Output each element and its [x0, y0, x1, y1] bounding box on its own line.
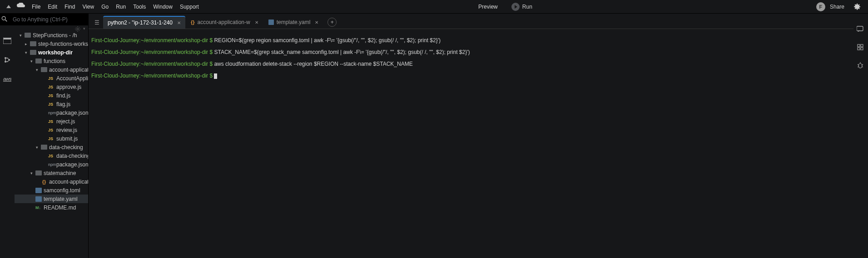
tree-gear-icon[interactable]: [75, 26, 80, 33]
menu-go[interactable]: Go: [98, 0, 112, 14]
svg-point-13: [858, 63, 862, 68]
run-button[interactable]: Run: [506, 3, 538, 11]
collaborate-icon[interactable]: [857, 25, 865, 34]
share-button[interactable]: Share: [825, 4, 849, 10]
tree-file-readme[interactable]: M↓README.md: [15, 203, 88, 212]
editor-area: ☰ python2 - "ip-172-31-1-240 ✕ {} accoun…: [89, 14, 853, 258]
tree-file-submit[interactable]: JSsubmit.js: [15, 134, 88, 143]
menu-find[interactable]: Find: [61, 0, 79, 14]
js-icon: JS: [48, 128, 55, 132]
menu-window[interactable]: Window: [149, 0, 176, 14]
svg-point-5: [5, 57, 6, 59]
play-icon: [511, 3, 520, 11]
folder-icon: [35, 170, 42, 175]
terminal-cmd-3: aws cloudformation delete-stack --region…: [213, 61, 413, 67]
folder-icon: [41, 67, 47, 72]
svg-rect-12: [861, 48, 863, 50]
tree-folder-account-application[interactable]: account-applicatio: [15, 65, 88, 74]
file-tree: ▾ StepFunctions - /h step-functions-work…: [15, 25, 89, 258]
debugger-icon[interactable]: [857, 62, 865, 70]
svg-point-1: [2, 16, 5, 20]
tree-toggle-icon[interactable]: ▾: [83, 26, 85, 33]
terminal-prompt: First-Cloud-Journey:~/environment/worksh…: [91, 37, 213, 44]
terminal[interactable]: First-Cloud-Journey:~/environment/worksh…: [89, 29, 853, 258]
tree-file-samconfig[interactable]: samconfig.toml: [15, 186, 88, 195]
avatar[interactable]: F: [816, 2, 825, 11]
js-icon: JS: [48, 154, 55, 158]
js-icon: JS: [48, 93, 55, 98]
cloud9-logo-icon[interactable]: [16, 3, 25, 11]
svg-point-19: [77, 28, 79, 30]
menu-tools[interactable]: Tools: [129, 0, 149, 14]
source-control-icon[interactable]: [3, 55, 12, 64]
tab-list-icon[interactable]: ☰: [92, 19, 101, 26]
svg-rect-9: [858, 44, 860, 47]
yaml-icon: [268, 19, 274, 25]
preview-button[interactable]: Preview: [473, 4, 503, 10]
menu-support[interactable]: Support: [176, 0, 203, 14]
search-icon[interactable]: [0, 16, 9, 24]
up-triangle-icon[interactable]: [6, 4, 13, 10]
svg-rect-10: [861, 44, 863, 47]
tree-file-account-app-js[interactable]: JSAccountApplica: [15, 74, 88, 83]
svg-marker-0: [6, 5, 11, 8]
tree-file-flag[interactable]: JSflag.js: [15, 100, 88, 108]
tab-close-icon[interactable]: ✕: [177, 20, 181, 25]
tree-folder-data-checking[interactable]: data-checking: [15, 143, 88, 151]
npm-icon: npm: [48, 162, 55, 167]
tree-file-template[interactable]: template.yaml: [15, 195, 88, 203]
outline-icon[interactable]: [857, 44, 865, 52]
aws-icon[interactable]: aws: [3, 74, 12, 83]
toml-icon: [35, 188, 42, 193]
svg-rect-4: [4, 38, 11, 39]
tree-file-approve[interactable]: JSapprove.js: [15, 83, 88, 91]
menubar: File Edit Find View Go Run Tools Window …: [0, 0, 868, 14]
svg-point-6: [5, 61, 6, 63]
tree-settings: ▾: [75, 26, 85, 33]
new-tab-button[interactable]: +: [327, 18, 337, 27]
run-label: Run: [522, 4, 532, 10]
terminal-cursor: [214, 73, 217, 79]
tab-account-application[interactable]: {} account-application-w ✕: [186, 16, 263, 29]
environment-icon[interactable]: [3, 36, 12, 45]
tree-file-find[interactable]: JSfind.js: [15, 91, 88, 100]
tree-folder-functions[interactable]: functions: [15, 57, 88, 65]
js-icon: JS: [48, 85, 55, 89]
tree-file-package-1[interactable]: npmpackage.json: [15, 108, 88, 117]
folder-icon: [35, 58, 42, 63]
tree-file-package-2[interactable]: npmpackage.json: [15, 160, 88, 169]
tab-terminal[interactable]: python2 - "ip-172-31-1-240 ✕: [103, 16, 185, 29]
tree-file-data-checking-js[interactable]: JSdata-checking.js: [15, 151, 88, 160]
tab-template-yaml[interactable]: template.yaml ✕: [264, 16, 323, 29]
folder-icon: [41, 145, 47, 150]
svg-point-7: [8, 59, 10, 61]
menu-view[interactable]: View: [79, 0, 98, 14]
folder-icon: [30, 50, 36, 55]
js-icon: JS: [48, 119, 55, 124]
tree-file-reject[interactable]: JSreject.js: [15, 117, 88, 126]
tree-folder-workshop[interactable]: step-functions-worksh: [15, 39, 88, 48]
menu-run[interactable]: Run: [112, 0, 129, 14]
tree-file-review[interactable]: JSreview.js: [15, 126, 88, 134]
svg-line-2: [5, 19, 7, 21]
terminal-prompt: First-Cloud-Journey:~/environment/worksh…: [91, 49, 213, 55]
folder-icon: [30, 41, 36, 46]
menu-file[interactable]: File: [28, 0, 44, 14]
js-icon: JS: [48, 76, 55, 81]
js-icon: JS: [48, 102, 55, 107]
tree-folder-statemachine[interactable]: statemachine: [15, 169, 88, 177]
tree-folder-workshop-dir[interactable]: workshop-dir: [15, 48, 88, 57]
json-icon: {}: [41, 179, 47, 185]
tab-close-icon[interactable]: ✕: [255, 20, 258, 25]
tree-file-account-app-json[interactable]: {}account-applicatio: [15, 177, 88, 186]
tab-close-icon[interactable]: ✕: [315, 20, 318, 25]
menu-edit[interactable]: Edit: [44, 0, 61, 14]
goto-anything-input[interactable]: Go to Anything (Ctrl-P): [13, 16, 68, 23]
left-icon-rail: aws: [0, 25, 15, 258]
tab-label: python2 - "ip-172-31-1-240: [108, 19, 173, 26]
terminal-prompt: First-Cloud-Journey:~/environment/worksh…: [91, 61, 213, 67]
gear-icon[interactable]: [853, 3, 861, 11]
tab-bar: ☰ python2 - "ip-172-31-1-240 ✕ {} accoun…: [89, 14, 853, 29]
terminal-cmd-1: REGION=$(grep region samconfig.toml | aw…: [213, 37, 441, 44]
tab-label: template.yaml: [277, 19, 311, 25]
